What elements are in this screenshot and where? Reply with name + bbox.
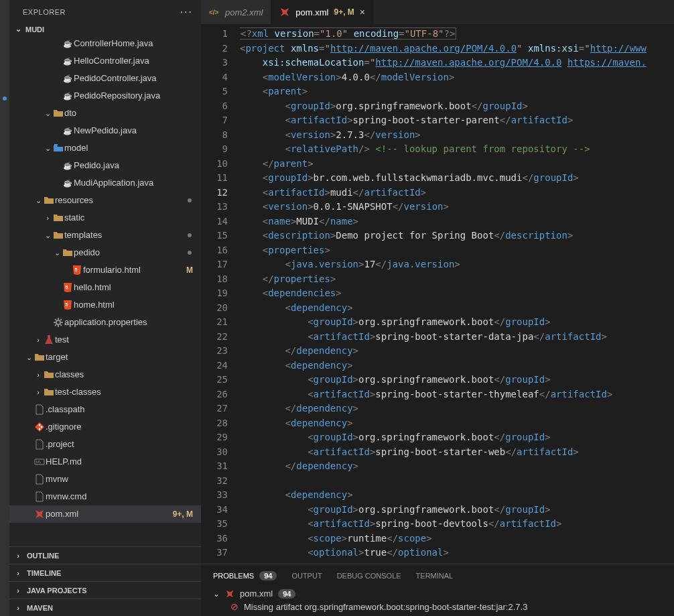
tree-item-hello-html[interactable]: 5hello.html: [9, 279, 201, 296]
tree-item--project[interactable]: .project: [9, 436, 201, 453]
xml-icon: </>: [209, 7, 220, 17]
html-icon: 5: [62, 300, 74, 310]
line-number: 32: [201, 474, 228, 489]
chevron-right-icon: ›: [13, 587, 23, 595]
line-number: 10: [201, 157, 228, 172]
line-number: 7: [201, 113, 228, 128]
tree-item-label: test: [55, 331, 196, 349]
line-number: 18: [201, 272, 228, 287]
tree-item--gitignore[interactable]: .gitignore: [9, 418, 201, 436]
tree-item-label: NewPedido.java: [74, 122, 196, 139]
section-java-projects[interactable]: ›JAVA PROJECTS: [9, 581, 201, 599]
tree-item-label: pedido: [74, 244, 188, 261]
chevron-icon: ›: [43, 209, 52, 227]
line-number: 33: [201, 488, 228, 503]
activity-bar: [0, 0, 9, 616]
explorer-sidebar: EXPLORER ··· ⌄ MUDI ☕ControllerHome.java…: [9, 0, 201, 616]
tree-item-label: application.properties: [64, 314, 196, 331]
line-number: 36: [201, 532, 228, 546]
tree-item-label: HELP.md: [46, 453, 196, 471]
line-number: 4: [201, 70, 228, 85]
modified-dot-icon: [188, 251, 192, 255]
more-actions-icon[interactable]: ···: [180, 6, 193, 18]
file-icon: [33, 491, 46, 502]
tree-item-model[interactable]: ⌄model: [9, 139, 201, 157]
tree-item--classpath[interactable]: .classpath: [9, 401, 201, 418]
tree-item-label: static: [64, 209, 196, 227]
svg-text:☕: ☕: [63, 161, 72, 170]
tree-item-label: resources: [55, 192, 188, 209]
tree-item-static[interactable]: ›static: [9, 209, 201, 227]
tree-item-test-classes[interactable]: ›test-classes: [9, 383, 201, 401]
tree-item-application-properties[interactable]: application.properties: [9, 314, 201, 331]
section-outline[interactable]: ›OUTLINE: [9, 546, 201, 564]
svg-text:☕: ☕: [63, 74, 72, 83]
folder-icon: [33, 352, 46, 363]
svg-point-13: [39, 428, 41, 430]
line-number: 6: [201, 99, 228, 114]
tree-item-mvnw-cmd[interactable]: mvnw.cmd: [9, 488, 201, 505]
section-timeline[interactable]: ›TIMELINE: [9, 564, 201, 581]
tree-item-pedido-java[interactable]: ☕Pedido.java: [9, 157, 201, 174]
tree-item-templates[interactable]: ⌄templates: [9, 227, 201, 244]
gear-icon: [52, 317, 64, 328]
tree-item-mudiapplication-java[interactable]: ☕MudiApplication.java: [9, 174, 201, 192]
project-root[interactable]: ⌄ MUDI: [9, 23, 201, 35]
svg-point-11: [56, 320, 60, 324]
line-number: 8: [201, 128, 228, 143]
line-number: 37: [201, 546, 228, 560]
tab-pom-xml[interactable]: pom.xml9+, M×: [271, 0, 374, 24]
html-icon: 5: [62, 282, 74, 293]
svg-text:5: 5: [66, 285, 68, 290]
tree-item-pedidorepository-java[interactable]: ☕PedidoRepository.java: [9, 87, 201, 105]
tree-item-pom-xml[interactable]: pom.xml9+, M: [9, 505, 201, 523]
section-label: JAVA PROJECTS: [27, 587, 87, 595]
test-icon: [43, 334, 55, 345]
panel-tab-terminal[interactable]: TERMINAL: [416, 572, 454, 580]
line-number: 19: [201, 286, 228, 301]
tree-item-home-html[interactable]: 5home.html: [9, 296, 201, 314]
line-number: 21: [201, 315, 228, 330]
tree-item-label: ControllerHome.java: [74, 35, 196, 52]
tree-item-label: dto: [64, 105, 196, 122]
code-content[interactable]: <?xml version="1.0" encoding="UTF-8"?><p…: [240, 24, 674, 564]
editor-body[interactable]: 1234567891011121314151617181920212223242…: [201, 24, 674, 564]
close-icon[interactable]: ×: [360, 7, 365, 17]
tree-item-pedido[interactable]: ⌄pedido: [9, 244, 201, 261]
svg-text:☕: ☕: [63, 178, 72, 188]
tree-item-hellocontroller-java[interactable]: ☕HelloController.java: [9, 52, 201, 70]
panel-tab-problems[interactable]: PROBLEMS94: [213, 571, 277, 580]
tab-pom2-xml[interactable]: </>pom2.xml: [201, 0, 271, 24]
panel-tab-debug-console[interactable]: DEBUG CONSOLE: [337, 572, 401, 580]
svg-text:</>: </>: [209, 9, 219, 16]
tree-item-label: test-classes: [55, 383, 196, 401]
folder-icon: [43, 195, 55, 206]
tree-item-formulario-html[interactable]: 5formulario.htmlM: [9, 261, 201, 279]
tree-item-dto[interactable]: ⌄dto: [9, 105, 201, 122]
tree-item-label: mvnw.cmd: [46, 488, 196, 505]
problems-file-row[interactable]: ⌄ pom.xml 94: [213, 589, 662, 599]
chevron-icon: ⌄: [33, 192, 43, 209]
panel-tab-output[interactable]: OUTPUT: [291, 572, 322, 580]
tree-item-mvnw[interactable]: mvnw: [9, 471, 201, 488]
tree-item-help-md[interactable]: M↓HELP.md: [9, 453, 201, 471]
project-name: MUDI: [25, 25, 44, 34]
line-number: 14: [201, 214, 228, 229]
explorer-header: EXPLORER ···: [9, 0, 201, 23]
section-maven[interactable]: ›MAVEN: [9, 599, 201, 616]
tree-item-target[interactable]: ⌄target: [9, 349, 201, 366]
tree-item-test[interactable]: ›test: [9, 331, 201, 349]
problem-item[interactable]: ⊘ Missing artifact org.springframework.b…: [213, 601, 662, 612]
tree-item-pedidocontroller-java[interactable]: ☕PedidoController.java: [9, 70, 201, 87]
tree-item-label: MudiApplication.java: [74, 174, 196, 192]
tree-item-newpedido-java[interactable]: ☕NewPedido.java: [9, 122, 201, 139]
svg-text:☕: ☕: [63, 39, 72, 48]
svg-text:☕: ☕: [63, 91, 72, 101]
problem-message: Missing artifact org.springframework.boo…: [244, 602, 527, 612]
tree-item-classes[interactable]: ›classes: [9, 366, 201, 383]
tab-label: pom2.xml: [225, 7, 263, 17]
svg-text:5: 5: [66, 302, 68, 307]
tree-item-resources[interactable]: ⌄resources: [9, 192, 201, 209]
line-number: 15: [201, 229, 228, 243]
tree-item-controllerhome-java[interactable]: ☕ControllerHome.java: [9, 35, 201, 52]
